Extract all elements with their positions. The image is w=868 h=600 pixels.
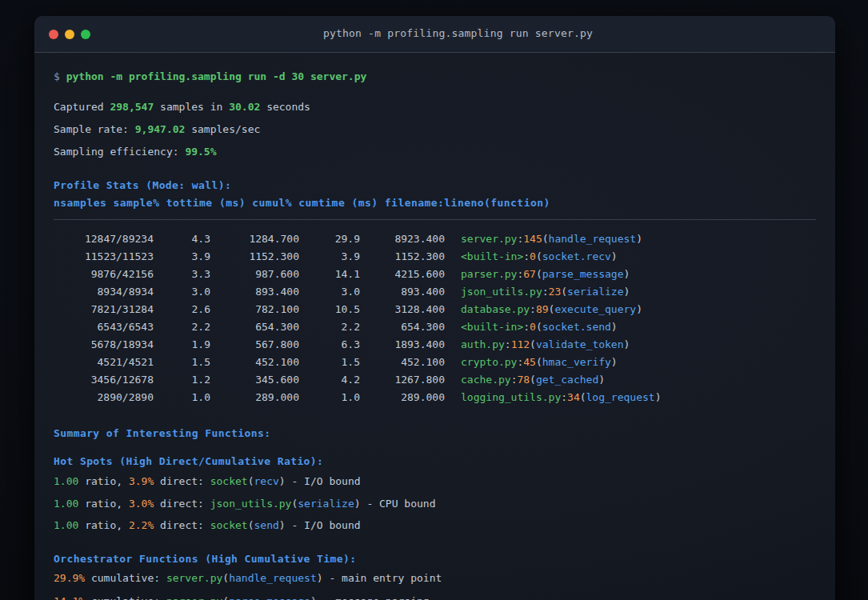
- cell-tottime: 654.300: [210, 318, 299, 336]
- cell-cumtime: 654.300: [360, 318, 445, 336]
- ratio-value: 1.00: [54, 519, 78, 531]
- terminal-window: python -m profiling.sampling run server.…: [34, 16, 835, 600]
- line-number: 34: [567, 391, 580, 403]
- text-segment: ratio,: [78, 519, 129, 531]
- text-segment: direct:: [154, 475, 210, 487]
- text-segment: (: [536, 321, 542, 333]
- function-name: socket.send: [542, 321, 611, 333]
- text-segment: ): [598, 374, 605, 386]
- text-segment: :: [523, 250, 530, 262]
- text-segment: - I/O bound: [286, 519, 361, 531]
- direct-percent: 3.9%: [129, 475, 154, 487]
- function-name: get_cached: [536, 374, 598, 386]
- cell-tottime: 987.600: [210, 266, 299, 283]
- text-segment: ratio,: [78, 475, 129, 487]
- zoom-button-icon[interactable]: [81, 30, 90, 39]
- sample-rate-line: Sample rate: 9,947.02 samples/sec: [54, 122, 816, 138]
- file-name: crypto.py: [461, 356, 517, 368]
- text-segment: ): [354, 498, 361, 510]
- line-number: 45: [523, 356, 536, 368]
- text-segment: (: [536, 268, 542, 280]
- cell-nsamples: 7821/31284: [54, 301, 154, 318]
- cell-cumtime: 1152.300: [360, 248, 445, 266]
- efficiency-value: 99.5%: [185, 146, 216, 158]
- orchestrator-item: 14.1% cumulative: parser.py(parse_messag…: [54, 594, 816, 600]
- text-segment: ): [611, 356, 618, 368]
- cell-sample_pct: 1.9: [154, 336, 210, 354]
- cell-location: crypto.py:45(hmac_verify): [445, 354, 816, 371]
- cell-sample_pct: 1.5: [154, 354, 210, 371]
- orchestrator-item: 29.9% cumulative: server.py(handle_reque…: [54, 570, 816, 586]
- cell-nsamples: 6543/6543: [54, 318, 154, 336]
- text-segment: direct:: [154, 519, 210, 531]
- cell-tottime: 289.000: [210, 389, 299, 406]
- text-segment: ): [279, 475, 286, 487]
- sample-rate-label: Sample rate:: [54, 123, 135, 135]
- captured-label-end: seconds: [260, 101, 310, 113]
- cell-location: auth.py:112(validate_token): [445, 336, 816, 354]
- desktop-background: python -m profiling.sampling run server.…: [0, 0, 868, 600]
- table-row: 5678/189341.9567.8006.31893.400auth.py:1…: [54, 336, 816, 354]
- table-row: 11523/115233.91152.3003.91152.300<built-…: [54, 248, 816, 266]
- function-name: handle_request: [229, 572, 317, 584]
- cell-tottime: 1152.300: [210, 248, 299, 266]
- line-number: 67: [523, 268, 536, 280]
- text-segment: ratio,: [78, 498, 129, 510]
- hot-spot-item: 1.00 ratio, 2.2% direct: socket(send) - …: [54, 518, 816, 534]
- window-title: python -m profiling.sampling run server.…: [323, 16, 593, 50]
- captured-label-mid: samples in: [154, 101, 229, 113]
- text-segment: - main entry point: [323, 572, 442, 584]
- orchestrator-heading: Orchestrator Functions (High Cumulative …: [54, 551, 816, 567]
- line-number: 23: [549, 286, 562, 298]
- cell-tottime: 782.100: [210, 301, 299, 318]
- text-segment: :: [542, 286, 549, 298]
- titlebar[interactable]: python -m profiling.sampling run server.…: [34, 16, 835, 53]
- profile-stats-heading: Profile Stats (Mode: wall):: [54, 178, 816, 194]
- function-name: hmac_verify: [542, 356, 611, 368]
- table-row: 6543/65432.2654.3002.2654.300<built-in>:…: [54, 318, 816, 336]
- function-name: serialize: [567, 286, 623, 298]
- direct-percent: 2.2%: [129, 519, 154, 531]
- text-segment: (: [530, 374, 536, 386]
- file-name: logging_utils.py: [461, 391, 561, 403]
- file-name: server.py: [166, 572, 222, 584]
- cell-location: json_utils.py:23(serialize): [445, 283, 816, 301]
- cell-cumtime: 289.000: [360, 389, 445, 406]
- ratio-value: 1.00: [54, 498, 78, 510]
- cell-sample_pct: 2.6: [154, 301, 210, 318]
- function-name: execute_query: [554, 303, 636, 315]
- cell-tottime: 452.100: [210, 354, 299, 371]
- cell-cumtime: 3128.400: [360, 301, 445, 318]
- cumulative-percent: 29.9%: [54, 572, 85, 584]
- cell-cumul_pct: 29.9: [299, 230, 360, 248]
- text-segment: (: [530, 338, 536, 350]
- text-segment: (: [561, 286, 567, 298]
- command-text: python -m profiling.sampling run -d 30 s…: [66, 70, 367, 82]
- cell-tottime: 345.600: [210, 371, 299, 389]
- cell-cumul_pct: 14.1: [299, 266, 360, 283]
- efficiency-line: Sampling efficiency: 99.5%: [54, 144, 816, 160]
- cumulative-percent: 14.1%: [54, 595, 85, 600]
- text-segment: (: [536, 356, 542, 368]
- file-name: <built-in>: [461, 250, 523, 262]
- table-row: 12847/892344.31284.70029.98923.400server…: [54, 230, 816, 248]
- cell-sample_pct: 3.0: [154, 283, 210, 301]
- cell-location: <built-in>:0(socket.recv): [445, 248, 816, 266]
- text-segment: ): [624, 338, 630, 350]
- cell-cumul_pct: 6.3: [299, 336, 360, 354]
- cell-cumul_pct: 1.5: [299, 354, 360, 371]
- cell-cumtime: 452.100: [360, 354, 445, 371]
- efficiency-label: Sampling efficiency:: [54, 146, 185, 158]
- cell-nsamples: 11523/11523: [54, 248, 154, 266]
- cell-cumul_pct: 10.5: [299, 301, 360, 318]
- file-name: parser.py: [166, 595, 222, 600]
- text-segment: (: [580, 391, 586, 403]
- minimize-button-icon[interactable]: [65, 30, 74, 39]
- table-row: 9876/421563.3987.60014.14215.600parser.p…: [54, 266, 816, 283]
- cell-location: parser.py:67(parse_message): [445, 266, 816, 283]
- close-button-icon[interactable]: [49, 30, 58, 39]
- text-segment: cumulative:: [85, 595, 166, 600]
- text-segment: - message parsing: [317, 595, 430, 600]
- text-segment: ): [655, 391, 662, 403]
- table-row: 7821/312842.6782.10010.53128.400database…: [54, 301, 816, 318]
